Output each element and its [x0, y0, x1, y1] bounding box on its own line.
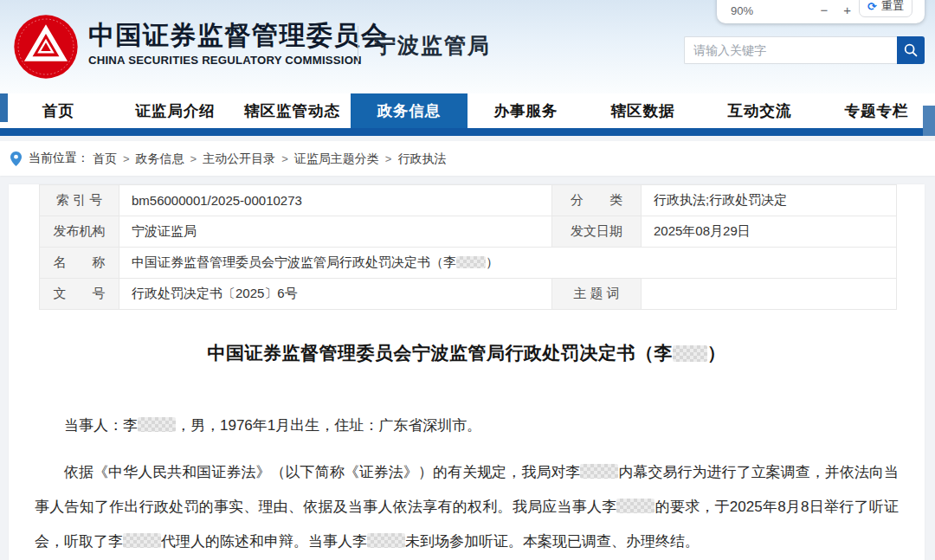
text-segment: ）	[707, 343, 726, 363]
org-name-en: CHINA SECURITIES REGULATORY COMMISSION	[88, 54, 389, 67]
search-box	[684, 36, 925, 64]
zoom-reset-label: 重置	[881, 0, 904, 14]
nav-item-3[interactable]: 政务信息	[351, 93, 468, 128]
nav-corner-decoration-right	[923, 106, 935, 136]
nav-item-7[interactable]: 专题专栏	[818, 93, 935, 128]
breadcrumb-separator: >	[281, 152, 288, 165]
meta-row: 发布机构宁波证监局发文日期2025年08月29日	[40, 216, 897, 248]
breadcrumb-link-3[interactable]: 证监局主题分类	[294, 151, 379, 165]
nav-item-6[interactable]: 互动交流	[701, 93, 818, 128]
text-segment: 中国证券监督管理委员会宁波监管局行政处罚决定书（李	[208, 343, 674, 363]
header-divider	[358, 26, 358, 66]
text-segment: ，男，1976年1月出生，住址：广东省深圳市。	[176, 417, 481, 434]
meta-label: 主 题 词	[552, 279, 642, 310]
meta-label: 分 类	[552, 185, 642, 216]
zoom-level: 90%	[731, 4, 753, 17]
meta-value: 行政执法;行政处罚决定	[642, 185, 897, 216]
meta-label: 名 称	[40, 248, 119, 279]
text-segment: ）	[486, 254, 499, 269]
main-nav: 首页证监局介绍辖区监管动态政务信息办事服务辖区数据互动交流专题专栏	[0, 93, 935, 136]
body-paragraph: 依据《中华人民共和国证券法》（以下简称《证券法》）的有关规定，我局对李内幕交易行…	[35, 455, 899, 559]
redacted-text	[580, 464, 618, 479]
org-title-block: 中国证券监督管理委员会 CHINA SECURITIES REGULATORY …	[88, 21, 389, 67]
breadcrumb-link-0[interactable]: 首页	[93, 151, 117, 165]
nav-item-1[interactable]: 证监局介绍	[117, 93, 234, 128]
meta-value: 中国证券监督管理委员会宁波监管局行政处罚决定书（李）	[119, 248, 897, 279]
zoom-in-button[interactable]: +	[843, 3, 851, 17]
text-segment: 行政处罚决定书〔2025〕6号	[132, 286, 298, 300]
meta-value	[642, 279, 897, 310]
browser-zoom-popup: 90% − + ⟳ 重置	[717, 0, 925, 23]
breadcrumb-separator: >	[123, 152, 130, 165]
content-card: 索 引 号bm56000001/2025-00010273分 类行政执法;行政处…	[9, 184, 925, 560]
search-button[interactable]	[897, 36, 925, 64]
redacted-text	[138, 417, 176, 432]
meta-value: 2025年08月29日	[642, 216, 897, 248]
meta-label: 文 号	[40, 279, 119, 310]
redacted-text	[367, 533, 405, 548]
magnifier-icon	[903, 42, 919, 58]
csrc-seal-icon	[12, 13, 80, 80]
meta-label: 发文日期	[552, 216, 642, 248]
document-meta-table: 索 引 号bm56000001/2025-00010273分 类行政执法;行政处…	[39, 184, 897, 310]
document-body: 当事人：李，男，1976年1月出生，住址：广东省深圳市。依据《中华人民共和国证券…	[35, 409, 899, 559]
meta-row: 文 号行政处罚决定书〔2025〕6号主 题 词	[40, 279, 897, 310]
text-segment: 宁波证监局	[132, 223, 197, 238]
text-segment: 代理人的陈述和申辩。当事人李	[161, 533, 367, 550]
meta-value: 行政处罚决定书〔2025〕6号	[119, 279, 552, 310]
location-pin-icon	[10, 151, 22, 166]
text-segment: 中国证券监督管理委员会宁波监管局行政处罚决定书（李	[132, 254, 456, 269]
nav-corner-decoration-left	[0, 93, 8, 122]
meta-row: 索 引 号bm56000001/2025-00010273分 类行政执法;行政处…	[40, 185, 897, 216]
breadcrumb-separator: >	[190, 152, 197, 165]
nav-item-5[interactable]: 辖区数据	[584, 93, 701, 128]
breadcrumb-prefix: 当前位置：	[29, 151, 89, 166]
org-name-cn: 中国证券监督管理委员会	[88, 21, 389, 50]
meta-label: 索 引 号	[40, 185, 119, 216]
meta-label: 发布机构	[40, 216, 119, 248]
text-segment: 未到场参加听证。本案现已调查、办理终结。	[405, 533, 700, 550]
text-segment: 依据《中华人民共和国证券法》（以下简称《证券法》）的有关规定，我局对李	[64, 464, 580, 480]
meta-value: bm56000001/2025-00010273	[119, 185, 552, 216]
redacted-text	[456, 256, 486, 268]
bureau-name: 宁波监管局	[374, 31, 491, 60]
text-segment: 当事人：李	[64, 417, 138, 434]
text-segment: 行政执法;行政处罚决定	[654, 192, 787, 207]
redacted-text	[673, 345, 707, 362]
breadcrumb-link-1[interactable]: 政务信息	[136, 151, 184, 165]
breadcrumb-link-2[interactable]: 主动公开目录	[203, 151, 275, 165]
breadcrumb-separator: >	[385, 152, 392, 165]
text-segment: 2025年08月29日	[654, 223, 751, 238]
search-input[interactable]	[684, 36, 897, 64]
redacted-text	[123, 533, 161, 548]
meta-value: 宁波证监局	[119, 216, 552, 248]
meta-row: 名 称中国证券监督管理委员会宁波监管局行政处罚决定书（李）	[40, 248, 897, 279]
nav-item-0[interactable]: 首页	[0, 93, 117, 128]
redacted-text	[616, 499, 654, 513]
text-segment: bm56000001/2025-00010273	[132, 193, 302, 208]
breadcrumb: 当前位置： 首页>政务信息>主动公开目录>证监局主题分类>行政执法	[0, 141, 935, 176]
nav-item-2[interactable]: 辖区监管动态	[234, 93, 351, 128]
body-paragraph: 当事人：李，男，1976年1月出生，住址：广东省深圳市。	[35, 409, 899, 443]
zoom-reset-button[interactable]: ⟳ 重置	[859, 0, 912, 17]
nav-item-4[interactable]: 办事服务	[468, 93, 584, 128]
refresh-icon: ⟳	[867, 0, 877, 13]
document-title: 中国证券监督管理委员会宁波监管局行政处罚决定书（李）	[9, 341, 925, 365]
zoom-out-button[interactable]: −	[821, 3, 829, 17]
breadcrumb-link-4[interactable]: 行政执法	[397, 151, 446, 165]
nav-bottom-strip	[0, 128, 935, 136]
